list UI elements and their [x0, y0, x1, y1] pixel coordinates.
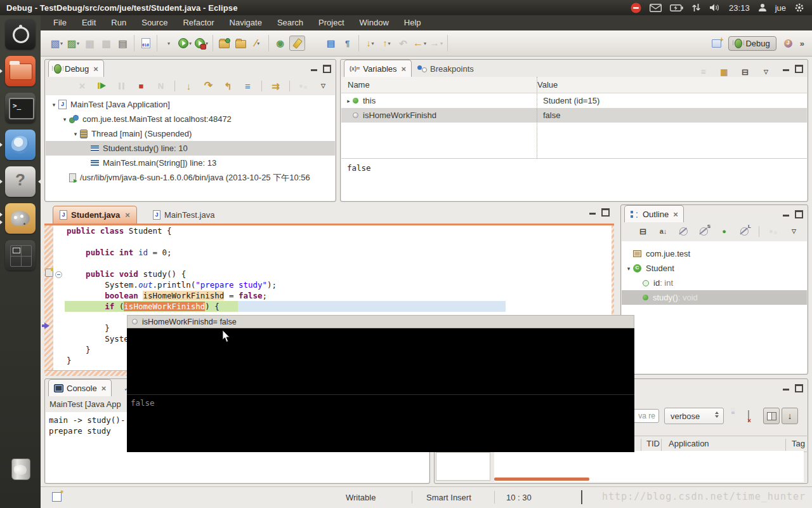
open-perspective-button[interactable] — [709, 36, 724, 50]
outline-show-public-button[interactable]: ● — [717, 225, 731, 239]
debug-suspend-button[interactable] — [114, 79, 129, 93]
outline-hide-fields-button[interactable] — [676, 225, 691, 239]
toolbar-new-class-button[interactable]: ◉ — [273, 36, 287, 50]
outline-item[interactable]: ▾Student — [622, 261, 807, 276]
launcher-item-dash[interactable] — [5, 19, 36, 50]
close-icon[interactable]: × — [125, 210, 130, 220]
toolbar-next-annotation-button[interactable]: ↓▾ — [363, 36, 377, 50]
variable-row[interactable]: ▸thisStudent (id=15) — [341, 93, 807, 108]
minimize-icon[interactable] — [783, 389, 789, 391]
debug-resume-button[interactable] — [95, 79, 109, 93]
toolbar-save-all-button[interactable]: ▩ — [99, 36, 114, 50]
editor-marker-ruler[interactable] — [44, 225, 54, 371]
toolbar-show-source-button[interactable]: ▤ — [324, 36, 338, 50]
column-tid[interactable]: TID — [646, 439, 660, 448]
debug-tree-item[interactable]: MainTest.main(String[]) line: 13 — [46, 156, 335, 170]
debug-remove-terminated-button[interactable]: × — [75, 79, 89, 93]
debug-perspective-button[interactable]: Debug — [728, 36, 776, 51]
toolbar-debug-button[interactable]: ▾ — [161, 36, 176, 50]
expander-icon[interactable]: ▸ — [344, 98, 353, 104]
autoscroll-button[interactable]: ↓ — [782, 408, 798, 424]
close-icon[interactable]: × — [402, 64, 407, 74]
menu-item-search[interactable]: Search — [270, 15, 311, 30]
task-marker-icon[interactable] — [45, 269, 53, 277]
expression-popup-body[interactable]: false — [127, 328, 634, 452]
outline-sort-button[interactable]: a↓ — [656, 225, 671, 239]
launcher-item-chromium[interactable] — [5, 130, 36, 160]
tab-variables[interactable]: Variables × — [344, 60, 412, 77]
outline-hide-static-button[interactable] — [697, 225, 711, 239]
volume-icon[interactable] — [709, 3, 721, 12]
toolbar-show-whitespace-button[interactable]: ¶ — [340, 36, 355, 50]
menu-item-edit[interactable]: Edit — [74, 15, 103, 30]
toolbar-new-java-button[interactable]: ▨▾ — [66, 36, 81, 50]
clear-log-button[interactable] — [748, 411, 749, 422]
launcher-item-trash[interactable] — [5, 452, 36, 483]
launcher-item-gimp[interactable] — [5, 203, 36, 234]
outline-hide-locals-button[interactable] — [737, 225, 752, 239]
toolbar-open-resource-button[interactable] — [233, 36, 248, 50]
logcat-saved-filters[interactable] — [436, 452, 490, 481]
java-perspective-button[interactable] — [781, 36, 796, 50]
debug-drop-to-frame-button[interactable]: ≡ — [240, 79, 255, 93]
maximize-icon[interactable] — [323, 65, 331, 73]
minimize-icon[interactable] — [311, 69, 317, 71]
tab-breakpoints[interactable]: Breakpoints — [412, 60, 480, 77]
toolbar-save-button[interactable]: ▦ — [82, 36, 97, 50]
menu-item-project[interactable]: Project — [311, 15, 351, 30]
minimize-icon[interactable] — [783, 215, 789, 217]
menu-item-source[interactable]: Source — [134, 15, 175, 30]
collapse-fold-icon[interactable] — [55, 271, 62, 278]
fast-view-icon[interactable] — [52, 492, 62, 502]
logcat-level-select[interactable]: verbose — [664, 408, 724, 424]
toolbar-mark-occurrences-button[interactable]: ∕▾ — [250, 36, 265, 50]
battery-icon[interactable] — [670, 4, 683, 11]
debug-terminate-button[interactable]: ■ — [134, 79, 148, 93]
menu-item-help[interactable]: Help — [396, 15, 429, 30]
perspective-overflow-chevron[interactable]: » — [800, 39, 804, 48]
settings-icon[interactable] — [794, 3, 804, 13]
debug-tree-item[interactable]: /usr/lib/jvm/java-6-sun-1.6.0.06/bin/jav… — [46, 170, 335, 185]
column-application[interactable]: Application — [669, 439, 709, 448]
debug-tree-item[interactable]: ▾MainTest [Java Application] — [46, 97, 335, 112]
toolbar-new-wizard-button[interactable]: ▧▾ — [49, 36, 64, 50]
network-icon[interactable] — [691, 3, 701, 12]
close-icon[interactable]: × — [102, 384, 107, 393]
toolbar-run-button[interactable]: ▾ — [178, 36, 192, 50]
tab-console[interactable]: Console × — [48, 379, 112, 396]
toolbar-class-file-button[interactable] — [138, 36, 153, 50]
menu-item-window[interactable]: Window — [352, 15, 396, 30]
debug-tree-item[interactable]: Student.study() line: 10 — [46, 141, 335, 156]
outline-item[interactable]: com.jue.test — [622, 246, 807, 261]
tab-debug[interactable]: Debug × — [48, 60, 104, 77]
minimize-icon[interactable] — [783, 69, 789, 71]
session-icon[interactable] — [758, 3, 767, 12]
expression-popup[interactable]: isHomeWorkFinishd= false false — [127, 315, 634, 452]
debug-tree-item[interactable]: ▾com.jue.test.MainTest at localhost:4847… — [46, 112, 335, 126]
tab-student-java[interactable]: Student.java × — [53, 206, 137, 224]
debug-step-into-button[interactable]: ↓ — [181, 79, 196, 93]
debug-launch-tree[interactable]: ▾MainTest [Java Application]▾com.jue.tes… — [46, 95, 335, 201]
toolbar-back-button[interactable]: ←▾ — [412, 36, 427, 50]
menu-item-navigate[interactable]: Navigate — [222, 15, 270, 30]
launcher-item-terminal[interactable] — [5, 93, 36, 123]
tab-outline[interactable]: Outline × — [624, 205, 684, 222]
launcher-item-files[interactable] — [5, 56, 36, 86]
variable-row[interactable]: isHomeWorkFinishdfalse — [341, 108, 807, 123]
display-mode-button[interactable] — [763, 408, 780, 424]
maximize-icon[interactable] — [601, 208, 610, 217]
debug-view-menu-button[interactable]: ▽ — [316, 79, 331, 93]
debug-disconnect-button[interactable]: N — [154, 79, 168, 93]
toolbar-prev-annotation-button[interactable]: ↑▾ — [379, 36, 394, 50]
outline-view-menu-button[interactable]: ▽ — [787, 225, 801, 239]
toolbar-last-edit-button[interactable]: ↶ — [396, 36, 410, 50]
variables-table[interactable]: ▸thisStudent (id=15)isHomeWorkFinishdfal… — [341, 93, 807, 158]
launcher-item-eclipse-help[interactable] — [5, 166, 36, 197]
debug-tree-item[interactable]: ▾Thread [main] (Suspended) — [46, 126, 335, 141]
clock[interactable]: 23:13 — [729, 3, 750, 13]
column-value[interactable]: Value — [531, 80, 558, 90]
session-user[interactable]: jue — [775, 3, 786, 13]
outline-tree[interactable]: com.jue.test▾Studentid : intstudy() : vo… — [622, 241, 807, 373]
maximize-icon[interactable] — [795, 384, 803, 392]
outline-collapse-all-button[interactable]: ⊟ — [636, 225, 650, 239]
